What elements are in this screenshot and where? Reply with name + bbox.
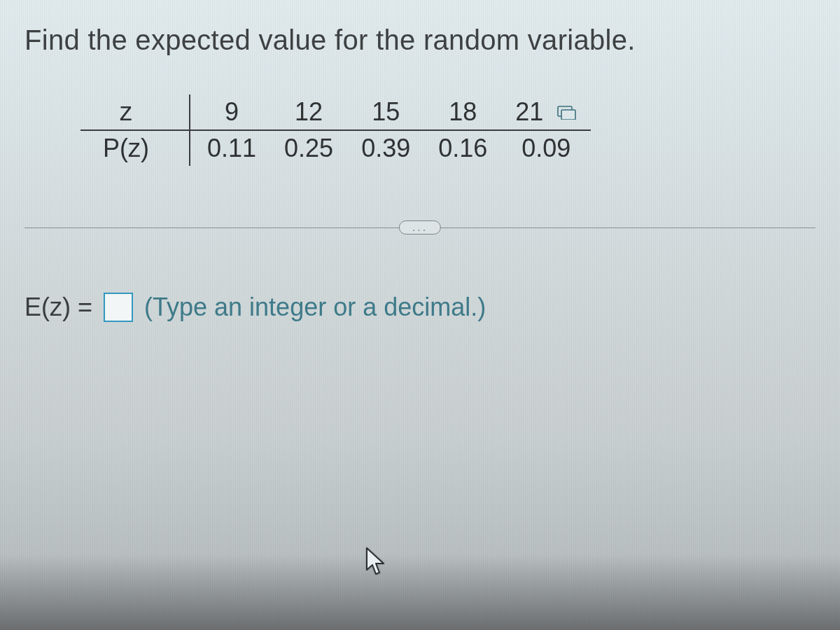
svg-rect-1 — [561, 110, 575, 120]
z-value: 12 — [270, 94, 347, 130]
table-row: z 9 12 15 18 21 — [80, 94, 591, 130]
z-value-text: 21 — [515, 97, 543, 126]
table-row: P(z) 0.11 0.25 0.39 0.16 0.09 — [80, 130, 591, 166]
p-value: 0.39 — [347, 130, 424, 166]
z-value: 21 — [501, 94, 591, 130]
p-value: 0.09 — [501, 130, 591, 166]
row-header-pz: P(z) — [80, 130, 190, 166]
p-value: 0.16 — [424, 130, 501, 166]
answer-row: E(z) = (Type an integer or a decimal.) — [24, 293, 816, 322]
copy-table-icon[interactable] — [557, 104, 577, 120]
distribution-table: z 9 12 15 18 21 P(z) 0.11 0.25 0.39 0.16… — [80, 94, 591, 166]
z-value: 18 — [424, 94, 501, 130]
p-value: 0.11 — [190, 130, 270, 166]
row-header-z: z — [80, 94, 190, 130]
z-value: 15 — [347, 94, 424, 130]
cursor-icon — [364, 546, 388, 578]
answer-hint: (Type an integer or a decimal.) — [144, 293, 486, 322]
expand-button[interactable]: ... — [399, 220, 441, 234]
z-value: 9 — [190, 94, 270, 130]
question-text: Find the expected value for the random v… — [24, 24, 816, 56]
section-divider: ... — [24, 215, 816, 240]
question-panel: Find the expected value for the random v… — [0, 0, 840, 322]
expected-value-input[interactable] — [104, 293, 133, 322]
p-value: 0.25 — [270, 130, 347, 166]
answer-prefix: E(z) = — [24, 293, 92, 322]
